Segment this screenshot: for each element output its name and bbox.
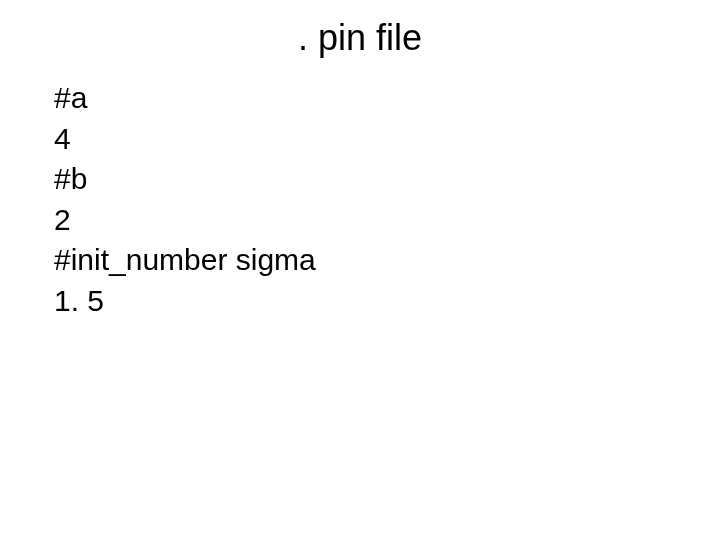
slide: . pin file #a 4 #b 2 #init_number sigma … [0,0,720,540]
file-line: 4 [54,119,316,160]
file-line: 2 [54,200,316,241]
file-line: #init_number sigma [54,240,316,281]
file-line: #a [54,78,316,119]
page-title: . pin file [0,18,720,58]
file-content: #a 4 #b 2 #init_number sigma 1. 5 [54,78,316,321]
file-line: 1. 5 [54,281,316,322]
file-line: #b [54,159,316,200]
